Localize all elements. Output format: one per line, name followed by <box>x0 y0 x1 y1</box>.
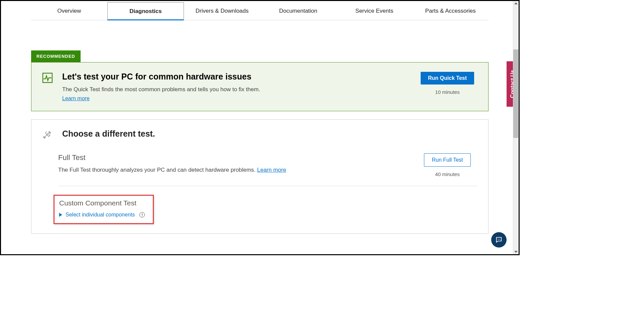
recommended-badge: RECOMMENDED <box>31 50 81 62</box>
tab-diagnostics[interactable]: Diagnostics <box>107 2 184 20</box>
tab-drivers-downloads[interactable]: Drivers & Downloads <box>184 2 260 20</box>
tab-service-events[interactable]: Service Events <box>336 2 413 20</box>
other-tests-card: Choose a different test. Full Test The F… <box>31 119 489 234</box>
vertical-scrollbar[interactable] <box>513 1 519 254</box>
heartbeat-icon <box>42 72 57 85</box>
chat-icon <box>495 236 503 244</box>
divider <box>58 186 477 186</box>
caret-right-icon <box>59 213 62 217</box>
select-components-toggle[interactable]: Select individual components ! <box>59 212 148 218</box>
tools-icon <box>42 130 57 141</box>
quick-test-learn-more-link[interactable]: Learn more <box>62 96 90 101</box>
custom-test-highlight: Custom Component Test Select individual … <box>53 195 154 224</box>
tab-documentation[interactable]: Documentation <box>260 2 336 20</box>
info-icon[interactable]: ! <box>139 212 145 217</box>
select-components-link[interactable]: Select individual components <box>66 212 135 218</box>
quick-test-card: Let's test your PC for common hardware i… <box>31 62 489 111</box>
custom-test-title: Custom Component Test <box>59 199 148 207</box>
scroll-thumb[interactable] <box>513 49 518 138</box>
scroll-up-icon[interactable] <box>514 2 518 4</box>
tab-overview[interactable]: Overview <box>31 2 107 20</box>
svg-point-3 <box>500 239 500 240</box>
quick-test-desc: The Quick Test finds the most common pro… <box>62 86 417 93</box>
full-test-learn-more-link[interactable]: Learn more <box>257 167 286 173</box>
tab-parts-accessories[interactable]: Parts & Accessories <box>412 2 489 20</box>
quick-test-title: Let's test your PC for common hardware i… <box>62 72 417 82</box>
chat-fab-button[interactable] <box>491 232 507 248</box>
quick-test-time: 10 minutes <box>417 89 477 95</box>
tab-bar: Overview Diagnostics Drivers & Downloads… <box>31 2 489 20</box>
full-test-title: Full Test <box>58 153 417 162</box>
svg-point-1 <box>498 239 498 240</box>
full-test-time: 40 minutes <box>417 171 477 177</box>
scroll-down-icon[interactable] <box>514 251 518 253</box>
different-test-title: Choose a different test. <box>62 129 477 139</box>
run-quick-test-button[interactable]: Run Quick Test <box>421 72 474 85</box>
full-test-desc: The Full Test thoroughly analyzes your P… <box>58 167 417 173</box>
run-full-test-button[interactable]: Run Full Test <box>424 153 470 167</box>
svg-point-2 <box>499 239 499 240</box>
